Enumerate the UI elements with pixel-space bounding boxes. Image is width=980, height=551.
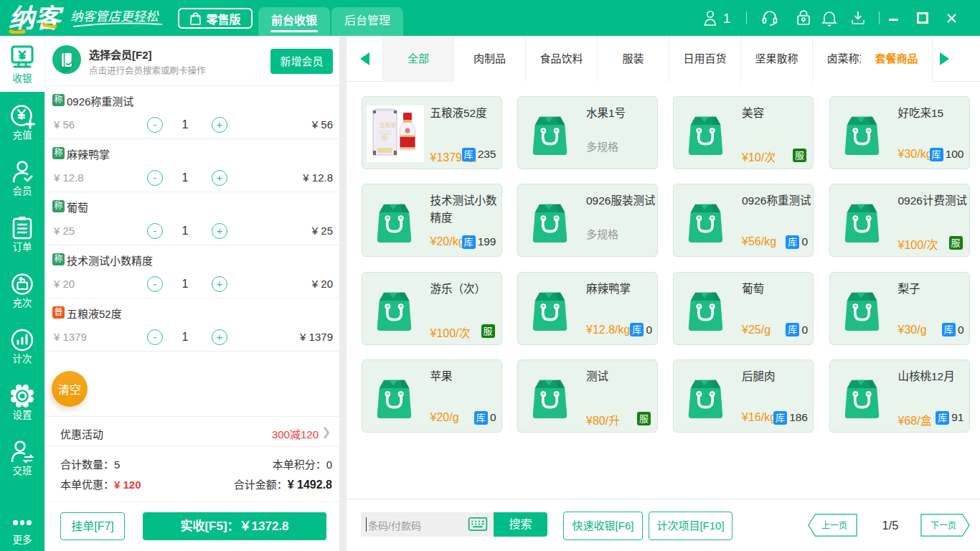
svg-text:上一页: 上一页 (821, 521, 847, 531)
svg-text:1: 1 (723, 11, 730, 26)
svg-text:五粮液: 五粮液 (380, 121, 396, 128)
svg-text:纳客: 纳客 (9, 4, 64, 33)
svg-text:下一页: 下一页 (930, 521, 956, 531)
svg-text:纳客管店更轻松: 纳客管店更轻松 (70, 9, 159, 24)
